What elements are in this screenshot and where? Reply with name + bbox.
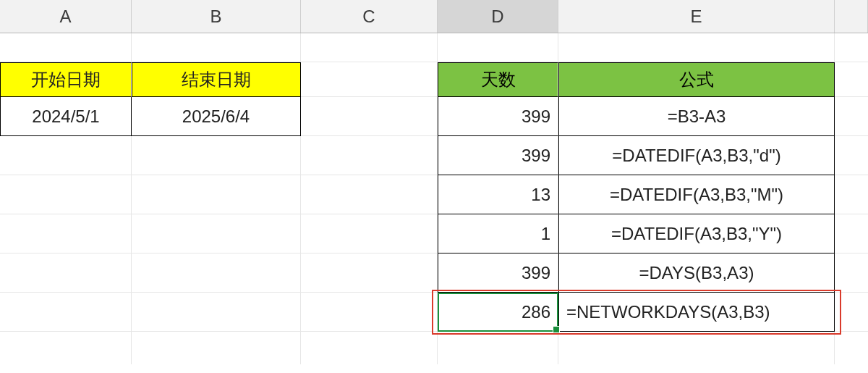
cell-A8[interactable] (0, 293, 132, 332)
row-5: 13 =DATEDIF(A3,B3,"M") (0, 175, 868, 214)
cell-B8[interactable] (132, 293, 301, 332)
cell-rest-6 (835, 214, 868, 253)
cell-A6[interactable] (0, 214, 132, 253)
cell-rest-4 (835, 136, 868, 175)
cell-rest-1 (835, 33, 868, 62)
cell-C9[interactable] (301, 332, 438, 364)
cell-A4[interactable] (0, 136, 132, 175)
header-start-date[interactable]: 开始日期 (0, 62, 132, 97)
cell-D1[interactable] (438, 33, 558, 62)
cell-C5[interactable] (301, 175, 438, 214)
col-header-E[interactable]: E (558, 0, 835, 33)
cell-E3[interactable]: =B3-A3 (558, 97, 835, 136)
col-header-A[interactable]: A (0, 0, 132, 33)
cell-end-date[interactable]: 2025/6/4 (132, 97, 301, 136)
row-8: 286 =NETWORKDAYS(A3,B3) (0, 293, 868, 332)
cell-E6[interactable]: =DATEDIF(A3,B3,"Y") (558, 214, 835, 253)
spreadsheet[interactable]: A B C D E 开始日期 结束日期 天数 公式 2024/5/1 20 (0, 0, 868, 373)
row-3: 2024/5/1 2025/6/4 399 =B3-A3 (0, 97, 868, 136)
cell-A9[interactable] (0, 332, 132, 364)
cell-rest-7 (835, 253, 868, 293)
row-1 (0, 33, 868, 62)
header-end-date[interactable]: 结束日期 (132, 62, 301, 97)
cell-B4[interactable] (132, 136, 301, 175)
row-4: 399 =DATEDIF(A3,B3,"d") (0, 136, 868, 175)
column-header-row: A B C D E (0, 0, 868, 33)
col-header-B[interactable]: B (132, 0, 301, 33)
cell-start-date[interactable]: 2024/5/1 (0, 97, 132, 136)
col-header-D[interactable]: D (438, 0, 558, 33)
cell-D9[interactable] (438, 332, 558, 364)
cell-rest-2 (835, 62, 868, 97)
cell-C4[interactable] (301, 136, 438, 175)
row-2: 开始日期 结束日期 天数 公式 (0, 62, 868, 97)
row-6: 1 =DATEDIF(A3,B3,"Y") (0, 214, 868, 253)
cell-rest-5 (835, 175, 868, 214)
cell-C8[interactable] (301, 293, 438, 332)
cell-rest-3 (835, 97, 868, 136)
cell-B1[interactable] (132, 33, 301, 62)
cell-D3[interactable]: 399 (438, 97, 558, 136)
cell-E4[interactable]: =DATEDIF(A3,B3,"d") (558, 136, 835, 175)
cell-C7[interactable] (301, 253, 438, 293)
cell-C3[interactable] (301, 97, 438, 136)
cell-D5[interactable]: 13 (438, 175, 558, 214)
row-7: 399 =DAYS(B3,A3) (0, 253, 868, 293)
cell-D8[interactable]: 286 (438, 293, 558, 332)
col-header-blank (835, 0, 868, 33)
cell-B6[interactable] (132, 214, 301, 253)
cell-E1[interactable] (558, 33, 835, 62)
cell-C2[interactable] (301, 62, 438, 97)
grid-body[interactable]: 开始日期 结束日期 天数 公式 2024/5/1 2025/6/4 399 =B… (0, 33, 868, 364)
cell-A7[interactable] (0, 253, 132, 293)
header-days[interactable]: 天数 (438, 62, 558, 97)
cell-B7[interactable] (132, 253, 301, 293)
cell-D4[interactable]: 399 (438, 136, 558, 175)
col-header-C[interactable]: C (301, 0, 438, 33)
cell-B5[interactable] (132, 175, 301, 214)
cell-E5[interactable]: =DATEDIF(A3,B3,"M") (558, 175, 835, 214)
cell-E7[interactable]: =DAYS(B3,A3) (558, 253, 835, 293)
cell-A5[interactable] (0, 175, 132, 214)
cell-E8[interactable]: =NETWORKDAYS(A3,B3) (558, 293, 835, 332)
row-9 (0, 332, 868, 364)
cell-A1[interactable] (0, 33, 132, 62)
cell-D7[interactable]: 399 (438, 253, 558, 293)
cell-B9[interactable] (132, 332, 301, 364)
cell-C6[interactable] (301, 214, 438, 253)
cell-rest-8 (835, 293, 868, 332)
cell-C1[interactable] (301, 33, 438, 62)
cell-E9[interactable] (558, 332, 835, 364)
cell-rest-9 (835, 332, 868, 364)
cell-D6[interactable]: 1 (438, 214, 558, 253)
header-formula[interactable]: 公式 (558, 62, 835, 97)
